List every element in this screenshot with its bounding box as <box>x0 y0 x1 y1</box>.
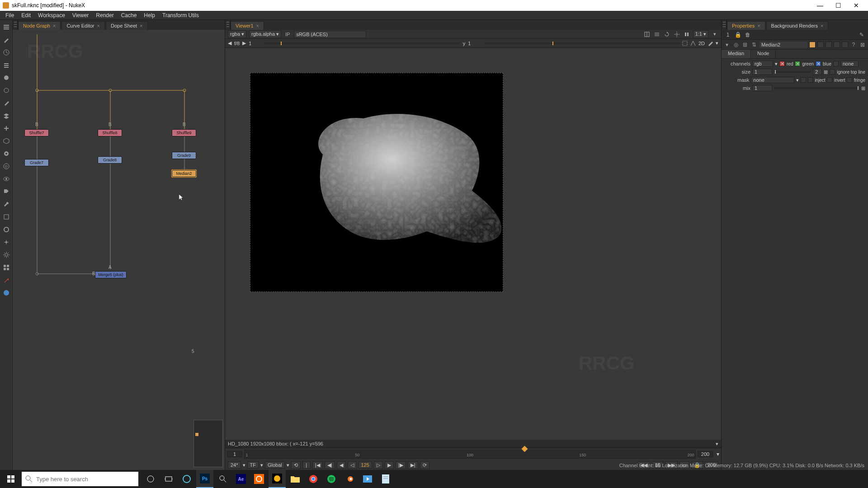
next-key-button[interactable]: |▶ <box>396 461 406 469</box>
wipe-icon[interactable] <box>643 31 651 38</box>
invert-checkbox[interactable] <box>827 77 832 83</box>
refresh-icon[interactable] <box>663 31 670 38</box>
node-grade8[interactable]: Grade8 <box>98 156 122 164</box>
layer-dropdown[interactable]: rgba.alpha ▾ <box>249 30 281 38</box>
tool-gear-icon[interactable] <box>2 250 11 259</box>
bin-count[interactable]: 1 <box>724 31 731 38</box>
frame-end-input[interactable]: 200 <box>698 451 713 457</box>
gear-icon[interactable] <box>673 31 680 38</box>
close-icon[interactable]: × <box>256 23 259 28</box>
panel-handle[interactable] <box>13 20 18 30</box>
prev-icon[interactable]: ◀ <box>228 40 231 46</box>
node-median2[interactable]: Median2 <box>172 170 196 177</box>
search-input[interactable] <box>36 476 135 483</box>
channel-dropdown[interactable]: rgba ▾ <box>228 30 246 38</box>
gamma-input[interactable]: 1 <box>468 41 481 46</box>
timeline-chevron-icon[interactable]: ▾ <box>715 451 721 457</box>
tool-ring-icon[interactable] <box>2 225 11 234</box>
close-button[interactable]: ✕ <box>847 2 865 9</box>
alpha-checkbox[interactable] <box>833 61 839 66</box>
scope-arrow-icon[interactable]: ▾ <box>287 462 289 468</box>
size-slider[interactable] <box>774 71 811 73</box>
node-shuffle9[interactable]: Shuffle9 <box>172 129 196 136</box>
mix-anim-icon[interactable]: ⊞ <box>861 85 865 91</box>
close-icon[interactable]: × <box>140 23 142 28</box>
first-frame-button[interactable]: | <box>302 461 311 469</box>
next-icon[interactable]: ▶ <box>242 40 246 46</box>
menu-edit[interactable]: Edit <box>18 11 34 19</box>
menu-cache[interactable]: Cache <box>118 11 141 19</box>
tool-plus-icon[interactable] <box>2 124 11 133</box>
close-icon[interactable]: × <box>821 23 823 28</box>
close-icon[interactable]: × <box>97 23 100 28</box>
fps-dropdown[interactable]: 24* <box>228 461 241 469</box>
aftereffects-icon[interactable]: Ae <box>232 470 250 488</box>
close-icon[interactable]: ⊠ <box>859 41 866 48</box>
menu-file[interactable]: File <box>2 11 18 19</box>
red-checkbox[interactable]: ✕ <box>779 61 785 66</box>
node-graph-navigator[interactable] <box>193 420 223 467</box>
menu-viewer[interactable]: Viewer <box>69 11 92 19</box>
target-icon[interactable]: ◎ <box>732 41 740 48</box>
close-icon[interactable]: × <box>757 23 760 28</box>
tab-node-graph[interactable]: Node Graph× <box>18 21 61 30</box>
menu-transform-utils[interactable]: Transform Utils <box>159 11 203 19</box>
subtab-node[interactable]: Node <box>751 50 776 58</box>
frame-start-input[interactable]: 1 <box>227 451 242 457</box>
pause-icon[interactable] <box>683 31 690 38</box>
go-start-button[interactable]: |◀ <box>312 461 323 469</box>
ip-toggle[interactable]: IP <box>284 31 291 38</box>
tool-sphere-icon[interactable] <box>2 73 11 82</box>
cortana-icon[interactable] <box>142 470 159 488</box>
node-merge5[interactable]: Merge5 (plus) <box>95 271 127 278</box>
tab-curve-editor[interactable]: Curve Editor× <box>61 21 105 30</box>
dimension-toggle[interactable]: 2D <box>698 41 705 46</box>
tool-d-icon[interactable]: D <box>2 162 11 171</box>
magnifier-icon[interactable] <box>214 470 231 488</box>
tool-circle-icon[interactable] <box>2 86 11 95</box>
fringe-checkbox[interactable] <box>847 77 852 83</box>
dropdown-arrow-icon[interactable]: ▾ <box>796 77 799 83</box>
loop-button[interactable]: ⟳ <box>420 461 429 469</box>
prev-key-button[interactable]: ◀| <box>325 461 335 469</box>
node-name-field[interactable]: Median2 <box>760 42 807 48</box>
tool-wrench-icon[interactable] <box>2 200 11 209</box>
zoom-dropdown[interactable]: 1:1 ▾ <box>693 30 708 38</box>
scope-dropdown[interactable]: Global <box>265 461 285 469</box>
triangle-icon[interactable]: ▾ <box>723 41 731 48</box>
menu-help[interactable]: Help <box>140 11 159 19</box>
roi-icon[interactable] <box>682 41 688 46</box>
extra-channel-dropdown[interactable]: none <box>840 61 859 67</box>
pencil-icon[interactable] <box>708 41 713 46</box>
tool-cube-icon[interactable] <box>2 136 11 145</box>
tool-bars-icon[interactable] <box>2 23 11 32</box>
lock-icon[interactable]: 🔒 <box>734 31 741 38</box>
green-checkbox[interactable]: ✕ <box>795 61 800 66</box>
current-frame-input[interactable]: 125 <box>359 461 372 469</box>
tool-brush-icon[interactable] <box>2 35 11 44</box>
gamma-slider[interactable] <box>484 42 679 44</box>
mask-link-checkbox[interactable] <box>801 77 806 83</box>
menu-workspace[interactable]: Workspace <box>34 11 69 19</box>
panel-handle[interactable] <box>722 20 727 30</box>
size-input[interactable]: 1 <box>752 69 772 75</box>
tab-viewer1[interactable]: Viewer1× <box>231 21 264 30</box>
blue-checkbox[interactable]: ✕ <box>816 61 821 66</box>
fps-arrow-icon[interactable]: ▾ <box>243 462 245 468</box>
node-btn-3[interactable] <box>834 42 840 48</box>
maximize-button[interactable]: ☐ <box>829 2 847 9</box>
blender-icon[interactable] <box>341 470 358 488</box>
node-shuffle8[interactable]: Shuffle8 <box>98 129 122 136</box>
nuke-icon[interactable] <box>269 470 286 488</box>
tool-sparkle-icon[interactable] <box>2 238 11 247</box>
edge-icon[interactable] <box>178 470 195 488</box>
pencil-icon[interactable]: ✎ <box>858 31 865 38</box>
tool-arrow-icon[interactable] <box>2 276 11 285</box>
proxy-icon[interactable] <box>690 41 696 46</box>
tf-dropdown[interactable]: TF <box>247 461 259 469</box>
viewer-canvas[interactable] <box>225 48 721 440</box>
tf-arrow-icon[interactable]: ▾ <box>260 462 263 468</box>
list-icon[interactable] <box>653 31 660 38</box>
play-button[interactable]: ▷ <box>374 461 383 469</box>
sync-icon[interactable]: ⟲ <box>291 461 301 469</box>
